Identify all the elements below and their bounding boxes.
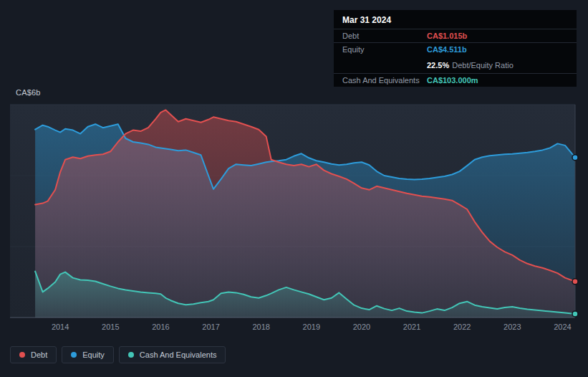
- debt-end-dot[interactable]: [572, 279, 578, 285]
- x-axis-label-2023: 2023: [503, 323, 521, 331]
- tooltip-ratio-label: Debt/Equity Ratio: [452, 61, 514, 70]
- x-axis-label-2024: 2024: [554, 323, 571, 331]
- tooltip-debt-label: Debt: [342, 32, 427, 40]
- debt-equity-history-chart: Mar 31 2024 Debt CA$1.015b Equity CA$4.5…: [0, 0, 588, 377]
- x-axis-label-2018: 2018: [252, 323, 269, 331]
- cash-legend-dot-icon: [128, 352, 134, 358]
- x-axis-label-2019: 2019: [303, 323, 320, 331]
- legend-item-cash[interactable]: Cash And Equivalents: [119, 346, 226, 363]
- equity-end-dot[interactable]: [572, 155, 578, 161]
- x-axis-label-2016: 2016: [152, 323, 169, 331]
- legend-item-debt[interactable]: Debt: [10, 346, 57, 363]
- x-axis: 2014201520162017201820192020202120222023…: [0, 323, 588, 334]
- y-axis-label-top: CA$6b: [16, 88, 41, 97]
- x-axis-label-2022: 2022: [453, 323, 471, 331]
- legend-label-debt: Debt: [31, 350, 47, 359]
- tooltip-row-equity: Equity CA$4.511b: [334, 42, 577, 56]
- tooltip-row-debt: Debt CA$1.015b: [334, 29, 577, 42]
- debt-legend-dot-icon: [19, 352, 25, 358]
- x-axis-label-2017: 2017: [202, 323, 219, 331]
- area-chart-svg[interactable]: [10, 105, 575, 318]
- tooltip-debt-value: CA$1.015b: [427, 32, 467, 40]
- legend-label-cash: Cash And Equivalents: [140, 350, 217, 359]
- legend-item-equity[interactable]: Equity: [62, 346, 114, 363]
- x-axis-label-2021: 2021: [403, 323, 420, 331]
- legend: Debt Equity Cash And Equivalents: [10, 346, 226, 363]
- tooltip-cash-value: CA$103.000m: [427, 76, 478, 85]
- x-axis-label-2014: 2014: [52, 323, 69, 331]
- tooltip-ratio-value: 22.5%: [427, 61, 449, 70]
- legend-label-equity: Equity: [82, 350, 105, 359]
- cash-end-dot[interactable]: [572, 311, 578, 317]
- x-axis-label-2015: 2015: [102, 323, 119, 331]
- chart-tooltip: Mar 31 2024 Debt CA$1.015b Equity CA$4.5…: [334, 10, 577, 87]
- tooltip-equity-value: CA$4.511b: [427, 45, 467, 54]
- tooltip-cash-label: Cash And Equivalents: [342, 76, 427, 85]
- tooltip-row-ratio: 22.5%Debt/Equity Ratio: [334, 56, 577, 73]
- x-axis-label-2020: 2020: [353, 323, 370, 331]
- tooltip-ratio: 22.5%Debt/Equity Ratio: [427, 58, 514, 71]
- equity-legend-dot-icon: [71, 352, 77, 358]
- chart-plot-area[interactable]: [10, 105, 575, 318]
- tooltip-row-cash: Cash And Equivalents CA$103.000m: [334, 73, 577, 87]
- tooltip-equity-label: Equity: [342, 45, 427, 54]
- tooltip-date: Mar 31 2024: [334, 10, 577, 29]
